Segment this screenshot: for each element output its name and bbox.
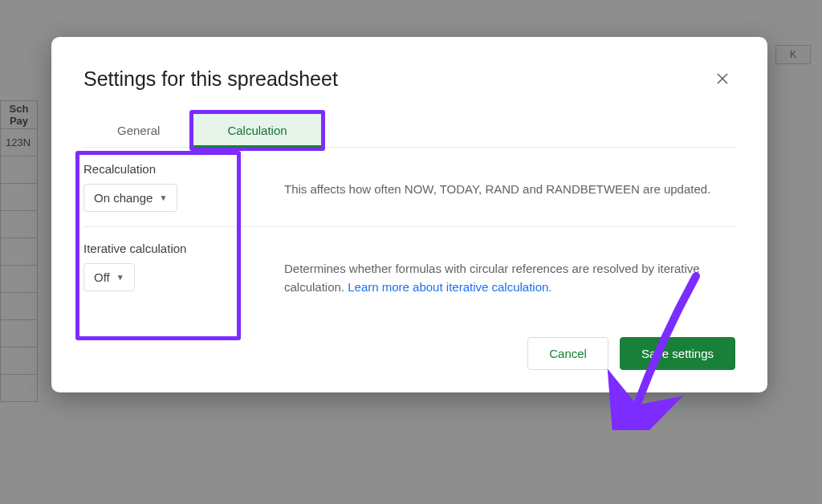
- close-button[interactable]: [710, 66, 735, 91]
- settings-dialog: Settings for this spreadsheet General Ca…: [51, 37, 767, 392]
- chevron-down-icon: ▼: [116, 273, 124, 282]
- iterative-description: Determines whether formulas with circula…: [284, 242, 735, 297]
- iterative-label: Iterative calculation: [83, 242, 284, 255]
- cancel-button[interactable]: Cancel: [527, 337, 608, 370]
- iterative-value: Off: [94, 270, 110, 284]
- iterative-control: Iterative calculation Off ▼: [83, 242, 284, 291]
- iterative-dropdown[interactable]: Off ▼: [83, 263, 135, 291]
- recalculation-control: Recalculation On change ▼: [83, 162, 284, 212]
- save-settings-button[interactable]: Save settings: [620, 337, 735, 370]
- recalculation-dropdown[interactable]: On change ▼: [83, 184, 177, 212]
- chevron-down-icon: ▼: [159, 193, 167, 202]
- dialog-footer: Cancel Save settings: [83, 311, 735, 370]
- recalculation-row: Recalculation On change ▼ This affects h…: [83, 148, 735, 227]
- settings-body: Recalculation On change ▼ This affects h…: [83, 148, 735, 311]
- recalculation-description: This affects how often NOW, TODAY, RAND …: [284, 162, 735, 198]
- close-icon: [716, 72, 729, 85]
- dialog-title: Settings for this spreadsheet: [83, 67, 338, 91]
- tab-general[interactable]: General: [83, 114, 193, 147]
- tab-calculation[interactable]: Calculation: [189, 110, 324, 151]
- recalculation-value: On change: [94, 191, 153, 205]
- learn-more-link[interactable]: Learn more about iterative calculation.: [348, 280, 551, 294]
- dialog-header: Settings for this spreadsheet: [83, 66, 735, 91]
- recalculation-label: Recalculation: [83, 162, 284, 176]
- iterative-row: Iterative calculation Off ▼ Determines w…: [83, 227, 735, 311]
- tab-bar: General Calculation: [83, 114, 735, 148]
